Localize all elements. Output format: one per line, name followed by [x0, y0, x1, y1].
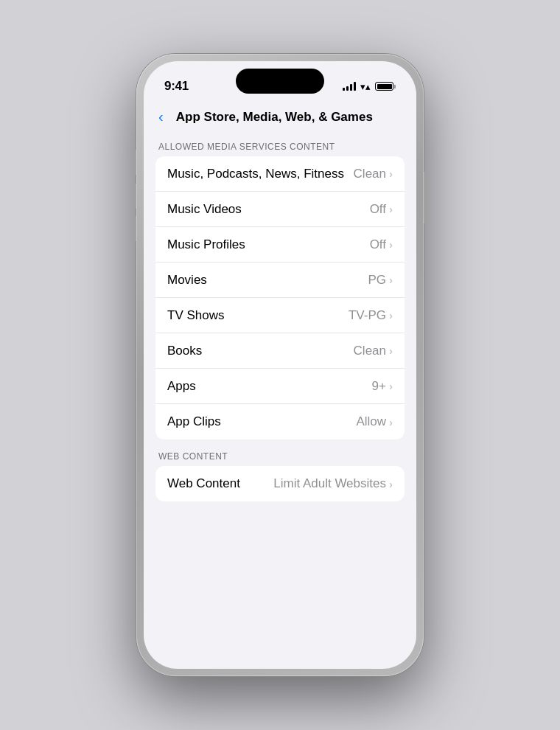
- chevron-right-icon: ›: [389, 309, 393, 321]
- music-podcasts-row[interactable]: Music, Podcasts, News, Fitness Clean ›: [155, 156, 405, 192]
- movies-value-text: PG: [368, 273, 386, 288]
- books-label: Books: [167, 344, 202, 358]
- tv-shows-label: TV Shows: [167, 308, 224, 323]
- apps-label: Apps: [167, 379, 196, 394]
- chevron-right-icon: ›: [389, 380, 393, 392]
- web-content-header: WEB CONTENT: [144, 445, 416, 466]
- allowed-media-header: ALLOWED MEDIA SERVICES CONTENT: [144, 136, 416, 156]
- app-clips-label: App Clips: [167, 414, 221, 429]
- app-clips-value-text: Allow: [356, 414, 386, 429]
- movies-value: PG ›: [368, 273, 393, 288]
- books-value-text: Clean: [354, 344, 386, 358]
- signal-icon: [343, 82, 356, 91]
- web-content-value: Limit Adult Websites ›: [273, 476, 393, 491]
- apps-value-text: 9+: [372, 379, 386, 394]
- web-content-group: Web Content Limit Adult Websites ›: [155, 466, 405, 501]
- wifi-icon: ▾▴: [360, 81, 371, 92]
- books-row[interactable]: Books Clean ›: [155, 333, 405, 369]
- apps-value: 9+ ›: [372, 379, 393, 394]
- content-area: ALLOWED MEDIA SERVICES CONTENT Music, Po…: [144, 136, 416, 522]
- dynamic-island: [236, 69, 324, 94]
- music-profiles-label: Music Profiles: [167, 237, 245, 252]
- chevron-right-icon: ›: [389, 416, 393, 428]
- allowed-media-group: Music, Podcasts, News, Fitness Clean › M…: [155, 156, 405, 439]
- chevron-right-icon: ›: [389, 478, 393, 490]
- status-time: 9:41: [164, 79, 189, 94]
- back-chevron-icon: ‹: [158, 109, 164, 124]
- music-podcasts-label: Music, Podcasts, News, Fitness: [167, 167, 344, 181]
- tv-shows-value: TV-PG ›: [349, 308, 393, 323]
- chevron-right-icon: ›: [389, 203, 393, 215]
- music-profiles-value: Off ›: [370, 237, 393, 252]
- movies-row[interactable]: Movies PG ›: [155, 263, 405, 298]
- app-clips-value: Allow ›: [356, 414, 393, 429]
- back-button[interactable]: ‹: [158, 107, 169, 127]
- chevron-right-icon: ›: [389, 238, 393, 251]
- web-content-value-text: Limit Adult Websites: [273, 476, 386, 491]
- books-value: Clean ›: [354, 344, 393, 358]
- phone-screen: 9:41 ▾▴ ‹ App Store, Media, Web, &: [144, 61, 416, 669]
- app-clips-row[interactable]: App Clips Allow ›: [155, 404, 405, 439]
- music-videos-value-text: Off: [370, 202, 386, 217]
- music-videos-row[interactable]: Music Videos Off ›: [155, 192, 405, 227]
- music-videos-label: Music Videos: [167, 202, 242, 217]
- chevron-right-icon: ›: [389, 344, 393, 357]
- tv-shows-value-text: TV-PG: [349, 308, 386, 323]
- web-content-label: Web Content: [167, 476, 240, 491]
- music-videos-value: Off ›: [370, 202, 393, 217]
- music-podcasts-value: Clean ›: [354, 167, 393, 181]
- web-content-row[interactable]: Web Content Limit Adult Websites ›: [155, 466, 405, 501]
- movies-label: Movies: [167, 273, 207, 288]
- nav-bar: ‹ App Store, Media, Web, & Games: [144, 101, 416, 136]
- page-title: App Store, Media, Web, & Games: [169, 110, 379, 125]
- status-icons: ▾▴: [343, 81, 396, 92]
- allowed-media-section: ALLOWED MEDIA SERVICES CONTENT Music, Po…: [144, 136, 416, 439]
- status-bar: 9:41 ▾▴: [144, 61, 416, 101]
- music-profiles-row[interactable]: Music Profiles Off ›: [155, 227, 405, 263]
- music-profiles-value-text: Off: [370, 237, 386, 252]
- tv-shows-row[interactable]: TV Shows TV-PG ›: [155, 298, 405, 333]
- apps-row[interactable]: Apps 9+ ›: [155, 369, 405, 404]
- chevron-right-icon: ›: [389, 167, 393, 180]
- web-content-section: WEB CONTENT Web Content Limit Adult Webs…: [144, 445, 416, 501]
- battery-icon: [375, 82, 396, 91]
- phone-frame: 9:41 ▾▴ ‹ App Store, Media, Web, &: [136, 54, 424, 676]
- chevron-right-icon: ›: [389, 274, 393, 286]
- music-podcasts-value-text: Clean: [354, 167, 386, 181]
